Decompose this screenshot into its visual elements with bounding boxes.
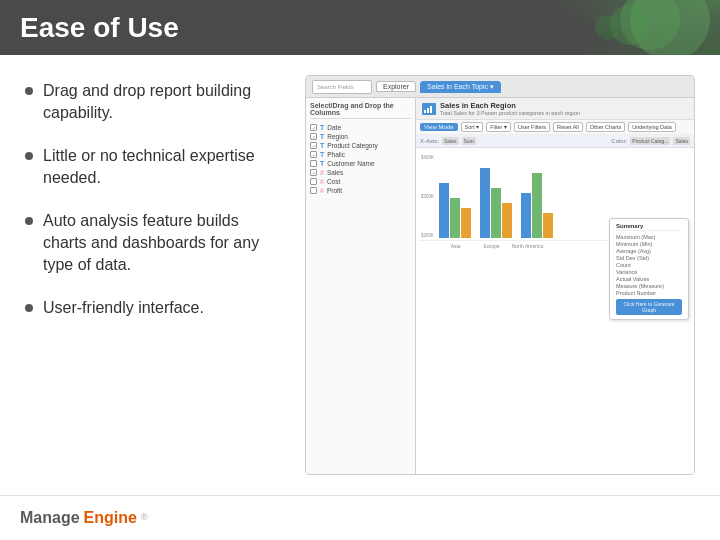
summary-key: Minimum (Min) (616, 241, 652, 247)
summary-key: Product Number (616, 290, 656, 296)
report-icon (422, 103, 436, 115)
bullet-text-2: Little or no technical expertise needed. (43, 145, 285, 190)
x-axis-value[interactable]: Sales (442, 137, 459, 145)
main-content: Drag and drop report building capability… (0, 55, 720, 495)
fields-header: Select/Drag and Drop the Columns (310, 102, 411, 119)
summary-row: Variance (616, 268, 682, 275)
field-label: Phalic (327, 151, 345, 158)
x-label-3: North America (511, 243, 544, 249)
field-checkbox[interactable] (310, 133, 317, 140)
list-item: Auto analysis feature builds charts and … (25, 210, 285, 277)
generate-graph-btn[interactable]: Click Here to Generate Graph (616, 299, 682, 315)
reset-all-btn[interactable]: Reset All (553, 122, 583, 132)
svg-rect-0 (424, 110, 426, 113)
logo-engine-text: Engine (84, 509, 137, 527)
underlying-data-btn[interactable]: Underlying Data (628, 122, 675, 132)
field-item: # Profit (310, 186, 411, 195)
logo-manage-text: Manage (20, 509, 80, 527)
field-item: # Cost (310, 177, 411, 186)
tab-report[interactable]: Sales in Each Topic ▾ (420, 81, 501, 93)
field-label: Region (327, 133, 348, 140)
fields-panel: Select/Drag and Drop the Columns T Date … (306, 98, 416, 474)
bullet-dot (25, 87, 33, 95)
field-checkbox[interactable] (310, 187, 317, 194)
color-value[interactable]: Product Categ... (630, 137, 670, 145)
type-icon: T (320, 151, 324, 158)
deco-circle-3 (610, 5, 650, 45)
data-table-area: $400K $300K $200K (416, 148, 694, 469)
search-placeholder: Search Fields (317, 84, 354, 90)
report-title-bar: Sales in Each Region Total Sales for 3 P… (422, 101, 688, 116)
view-mode-btn[interactable]: View Mode (420, 123, 458, 131)
field-label: Product Category (327, 142, 378, 149)
other-charts-btn[interactable]: Other Charts (586, 122, 625, 132)
deco-circle-4 (595, 15, 620, 40)
page-footer: Manage Engine ® (0, 495, 720, 540)
summary-row: Measure (Measure) (616, 282, 682, 289)
summary-key: Actual Values (616, 276, 649, 282)
color-func[interactable]: Sales (673, 137, 690, 145)
type-icon: T (320, 160, 324, 167)
summary-key: Count (616, 262, 631, 268)
field-item: T Product Category (310, 141, 411, 150)
summary-title: Summary (616, 223, 682, 231)
action-toolbar: View Mode Sort ▾ Filter ▾ User Filters R… (416, 120, 694, 135)
screenshot-toolbar: Search Fields Explorer Sales in Each Top… (306, 76, 694, 98)
field-checkbox[interactable] (310, 142, 317, 149)
filter-btn[interactable]: Filter ▾ (486, 122, 511, 132)
manage-engine-logo: Manage Engine ® (20, 509, 148, 527)
x-label-1: Asia (439, 243, 472, 249)
bullet-dot (25, 152, 33, 160)
summary-row: Actual Values (616, 275, 682, 282)
summary-row: Minimum (Min) (616, 240, 682, 247)
field-checkbox[interactable] (310, 169, 317, 176)
x-axis-label: X-Axis: (420, 138, 439, 144)
field-label: Sales (327, 169, 343, 176)
sort-btn[interactable]: Sort ▾ (461, 122, 484, 132)
list-item: Drag and drop report building capability… (25, 80, 285, 125)
x-axis-func[interactable]: Sum (462, 137, 476, 145)
field-item: T Phalic (310, 150, 411, 159)
type-icon: T (320, 133, 324, 140)
bar-group-2 (480, 168, 512, 238)
field-checkbox[interactable] (310, 160, 317, 167)
x-label-2: Europe (475, 243, 508, 249)
bar-na-3 (543, 213, 553, 238)
field-item: # Sales (310, 168, 411, 177)
bar-group-3 (521, 173, 553, 238)
axis-filters-row: X-Axis: Sales Sum Color: Product Categ..… (416, 135, 694, 148)
user-filters-btn[interactable]: User Filters (514, 122, 550, 132)
report-subtitle: Total Sales for 3 Param product categori… (440, 110, 580, 116)
bar-group-1 (439, 183, 471, 238)
page-header: Ease of Use (0, 0, 720, 55)
logo-registered: ® (141, 512, 148, 522)
summary-key: Variance (616, 269, 637, 275)
type-icon: # (320, 169, 324, 176)
report-main-area: $400K $300K $200K (416, 148, 694, 469)
screenshot-inner: Search Fields Explorer Sales in Each Top… (306, 76, 694, 474)
summary-row: Average (Avg) (616, 247, 682, 254)
list-item: User-friendly interface. (25, 297, 285, 319)
list-item: Little or no technical expertise needed. (25, 145, 285, 190)
bar-eu-3 (502, 203, 512, 238)
field-checkbox[interactable] (310, 178, 317, 185)
screenshot-body: Select/Drag and Drop the Columns T Date … (306, 98, 694, 474)
screenshot-search[interactable]: Search Fields (312, 80, 372, 94)
field-item: T Customer Name (310, 159, 411, 168)
summary-row: Count (616, 261, 682, 268)
field-item: T Date (310, 123, 411, 132)
bullet-text-4: User-friendly interface. (43, 297, 204, 319)
report-title-group: Sales in Each Region Total Sales for 3 P… (440, 101, 580, 116)
tab-explorer[interactable]: Explorer (376, 81, 416, 92)
report-header: Sales in Each Region Total Sales for 3 P… (416, 98, 694, 120)
field-checkbox[interactable] (310, 151, 317, 158)
summary-key: Maximum (Max) (616, 234, 655, 240)
type-icon: T (320, 124, 324, 131)
svg-rect-1 (427, 108, 429, 113)
summary-key: Average (Avg) (616, 248, 651, 254)
color-label: Color: (611, 138, 627, 144)
field-checkbox[interactable] (310, 124, 317, 131)
field-label: Profit (327, 187, 342, 194)
y-axis: $400K $300K $200K (421, 155, 436, 238)
bullet-text-3: Auto analysis feature builds charts and … (43, 210, 285, 277)
